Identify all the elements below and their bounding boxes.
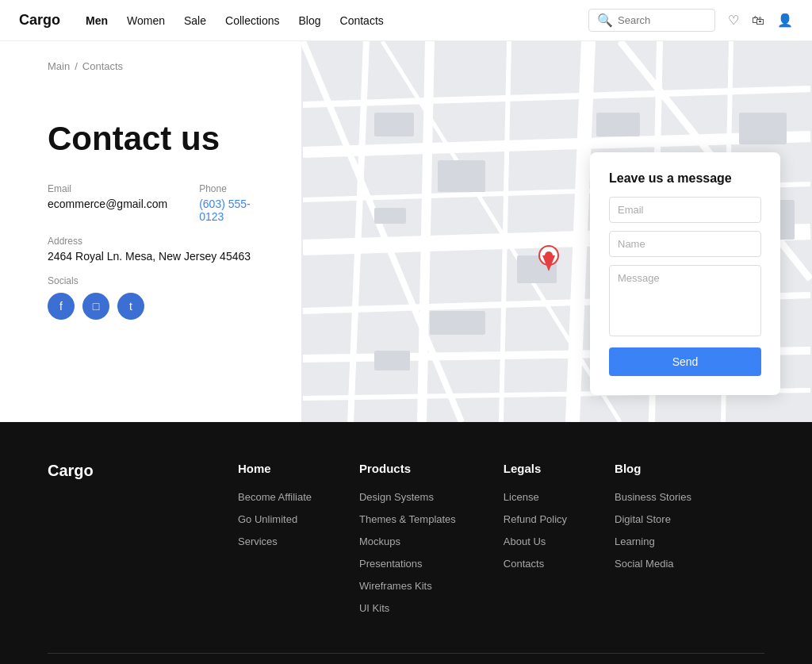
instagram-button[interactable]: □ [82, 293, 109, 320]
footer-link-about-us[interactable]: About Us [504, 535, 546, 547]
nav-links: Men Women Sale Collections Blog Contacts [86, 14, 384, 27]
footer-top: Cargo Home Become Affiliate Go Unlimited… [48, 462, 764, 615]
breadcrumb: Main / Contacts [48, 60, 270, 72]
footer-link-design-systems[interactable]: Design Systems [359, 491, 434, 503]
send-button[interactable]: Send [609, 347, 761, 376]
footer-link-contacts[interactable]: Contacts [504, 558, 544, 570]
footer-link-go-unlimited[interactable]: Go Unlimited [238, 513, 297, 525]
list-item: Become Affiliate [238, 489, 312, 504]
form-email-input[interactable] [609, 197, 761, 223]
breadcrumb-current: Contacts [82, 60, 123, 72]
contact-socials-block: Socials f □ t [48, 275, 270, 320]
footer-link-themes-templates[interactable]: Themes & Templates [359, 513, 456, 525]
svg-rect-26 [374, 351, 410, 370]
footer-link-wireframes-kits[interactable]: Wireframes Kits [359, 580, 432, 592]
svg-rect-17 [374, 113, 414, 136]
footer-link-learning[interactable]: Learning [615, 535, 655, 547]
list-item: Learning [615, 534, 691, 548]
twitter-button[interactable]: t [117, 293, 144, 320]
nav-logo[interactable]: Cargo [19, 12, 60, 29]
wishlist-button[interactable]: ♡ [728, 13, 739, 28]
footer: Cargo Home Become Affiliate Go Unlimited… [0, 422, 812, 664]
contact-title: Contact us [48, 120, 270, 158]
list-item: Mockups [359, 534, 456, 548]
footer-col-home-heading: Home [238, 462, 312, 475]
navbar: Cargo Men Women Sale Collections Blog Co… [0, 0, 812, 41]
search-input[interactable] [618, 14, 707, 26]
nav-item-contacts[interactable]: Contacts [340, 14, 384, 27]
socials-list: f □ t [48, 293, 270, 320]
svg-rect-21 [596, 113, 640, 136]
list-item: Services [238, 534, 312, 548]
nav-item-blog[interactable]: Blog [299, 14, 321, 27]
list-item: Social Media [615, 556, 691, 570]
account-button[interactable]: 👤 [777, 13, 793, 28]
breadcrumb-separator: / [75, 60, 78, 72]
svg-rect-25 [430, 311, 485, 335]
nav-item-sale[interactable]: Sale [184, 14, 206, 27]
phone-link[interactable]: (603) 555-0123 [199, 198, 251, 223]
phone-label: Phone [199, 183, 270, 194]
footer-link-presentations[interactable]: Presentations [359, 558, 423, 570]
footer-col-products: Products Design Systems Themes & Templat… [359, 462, 456, 615]
list-item: Business Stories [615, 489, 691, 504]
form-title: Leave us a message [609, 171, 761, 186]
footer-brand: Cargo [48, 462, 190, 615]
search-bar: 🔍 [588, 9, 715, 32]
list-item: Contacts [504, 556, 567, 570]
address-value: 2464 Royal Ln. Mesa, New Jersey 45463 [48, 250, 270, 263]
footer-link-mockups[interactable]: Mockups [359, 535, 400, 547]
list-item: Digital Store [615, 512, 691, 526]
footer-col-products-list: Design Systems Themes & Templates Mockup… [359, 489, 456, 615]
footer-bottom: Copyright © 2020 f □ t [48, 653, 764, 664]
nav-item-collections[interactable]: Collections [225, 14, 279, 27]
svg-rect-28 [739, 113, 787, 144]
footer-col-blog-list: Business Stories Digital Store Learning … [615, 489, 691, 570]
list-item: About Us [504, 534, 567, 548]
footer-col-legals-heading: Legals [504, 462, 567, 475]
email-label: Email [48, 183, 167, 194]
contact-email-block: Email ecommerce@gmail.com [48, 183, 167, 223]
list-item: UI Kits [359, 601, 456, 615]
contact-phone-block: Phone (603) 555-0123 [199, 183, 270, 223]
contact-left-panel: Main / Contacts Contact us Email ecommer… [0, 41, 301, 422]
footer-link-refund-policy[interactable]: Refund Policy [504, 513, 567, 525]
footer-col-home: Home Become Affiliate Go Unlimited Servi… [238, 462, 312, 615]
nav-item-women[interactable]: Women [127, 14, 165, 27]
main-content: Main / Contacts Contact us Email ecommer… [0, 41, 812, 422]
nav-item-men[interactable]: Men [86, 14, 108, 27]
footer-col-legals-list: License Refund Policy About Us Contacts [504, 489, 567, 570]
contact-address-block: Address 2464 Royal Ln. Mesa, New Jersey … [48, 236, 270, 263]
form-name-input[interactable] [609, 231, 761, 257]
svg-rect-18 [438, 160, 485, 192]
footer-link-become-affiliate[interactable]: Become Affiliate [238, 491, 312, 503]
footer-link-license[interactable]: License [504, 491, 539, 503]
email-value: ecommerce@gmail.com [48, 198, 167, 210]
list-item: Presentations [359, 556, 456, 570]
footer-link-social-media[interactable]: Social Media [615, 558, 673, 570]
footer-link-business-stories[interactable]: Business Stories [615, 491, 691, 503]
footer-col-products-heading: Products [359, 462, 456, 475]
search-icon: 🔍 [597, 13, 613, 28]
address-label: Address [48, 236, 270, 247]
footer-col-legals: Legals License Refund Policy About Us Co… [504, 462, 567, 615]
phone-value: (603) 555-0123 [199, 198, 270, 223]
list-item: Wireframes Kits [359, 578, 456, 593]
contact-info-row: Email ecommerce@gmail.com Phone (603) 55… [48, 183, 270, 223]
list-item: License [504, 489, 567, 504]
footer-link-digital-store[interactable]: Digital Store [615, 513, 671, 525]
cart-button[interactable]: 🛍 [752, 13, 764, 28]
list-item: Refund Policy [504, 512, 567, 526]
list-item: Themes & Templates [359, 512, 456, 526]
form-message-input[interactable] [609, 265, 761, 336]
message-form: Leave us a message Send [590, 152, 780, 395]
facebook-button[interactable]: f [48, 293, 75, 320]
svg-rect-19 [374, 208, 406, 224]
footer-link-ui-kits[interactable]: UI Kits [359, 602, 389, 614]
footer-col-blog-heading: Blog [615, 462, 691, 475]
footer-link-services[interactable]: Services [238, 535, 278, 547]
breadcrumb-main[interactable]: Main [48, 60, 70, 72]
footer-col-blog: Blog Business Stories Digital Store Lear… [615, 462, 691, 615]
list-item: Design Systems [359, 489, 456, 504]
footer-col-home-list: Become Affiliate Go Unlimited Services [238, 489, 312, 548]
